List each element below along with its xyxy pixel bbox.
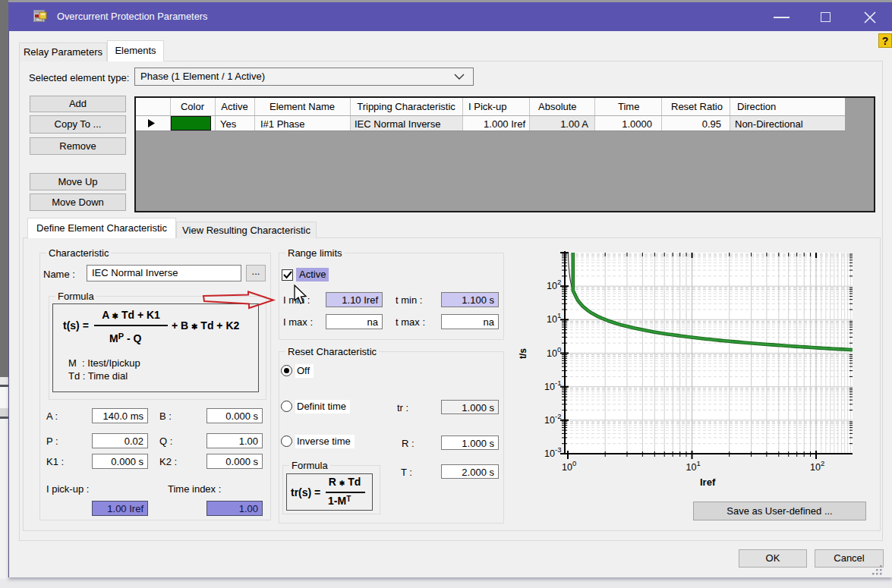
svg-text:10: 10 (544, 415, 555, 426)
svg-text:2: 2 (821, 459, 824, 467)
svg-text:10: 10 (544, 382, 555, 392)
svg-text:-3: -3 (555, 445, 561, 454)
svg-text:Iref: Iref (700, 476, 716, 488)
svg-text:t/s: t/s (518, 348, 528, 359)
svg-text:10: 10 (686, 462, 697, 473)
svg-text:2: 2 (557, 278, 561, 286)
svg-text:10: 10 (810, 462, 821, 473)
svg-text:10: 10 (547, 314, 557, 325)
svg-text:-2: -2 (555, 412, 561, 420)
svg-text:10: 10 (562, 462, 572, 473)
svg-text:10: 10 (547, 281, 557, 291)
svg-text:0: 0 (572, 459, 576, 467)
svg-text:1: 1 (697, 459, 701, 467)
svg-text:10: 10 (544, 448, 555, 459)
svg-text:10: 10 (547, 348, 557, 359)
svg-text:-1: -1 (555, 379, 561, 387)
svg-text:1: 1 (557, 311, 561, 319)
svg-text:0: 0 (557, 345, 561, 354)
